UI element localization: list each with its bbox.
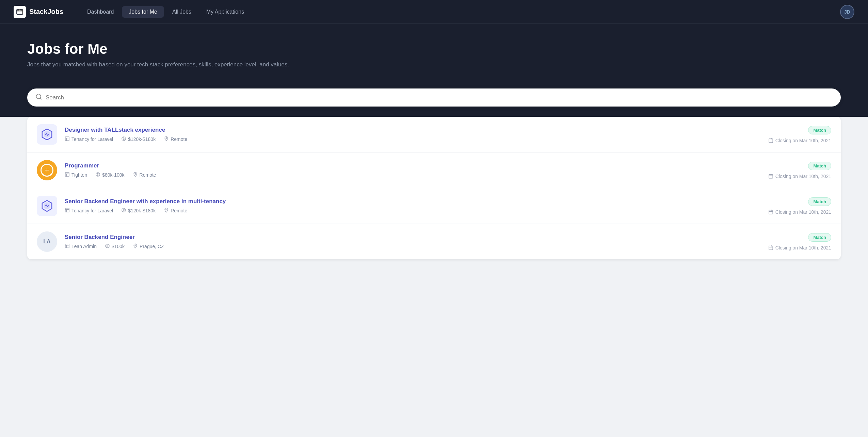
salary-icon (121, 136, 126, 142)
location-meta: Remote (133, 172, 156, 178)
location-value: Prague, CZ (140, 244, 164, 249)
job-title: Senior Backend Engineer with experience … (65, 198, 758, 205)
svg-point-25 (166, 209, 167, 210)
brand-logo[interactable]: StackJobs (14, 6, 63, 18)
page-subtitle: Jobs that you matched with based on your… (27, 61, 841, 68)
job-info: Programmer Tighten $ (65, 162, 758, 178)
nav-all-jobs[interactable]: All Jobs (165, 6, 198, 18)
svg-rect-10 (769, 139, 773, 143)
job-list: Designer with TALLstack experience Tenan… (27, 117, 841, 259)
company-name: Tenancy for Laravel (71, 208, 113, 213)
nav-dashboard[interactable]: Dashboard (80, 6, 120, 18)
job-meta: Tenancy for Laravel $120k-$180k (65, 208, 758, 214)
search-input[interactable] (46, 94, 833, 101)
job-info: Designer with TALLstack experience Tenan… (65, 127, 758, 142)
closing-text: Closing on Mar 10th, 2021 (775, 245, 831, 250)
job-item[interactable]: LA Senior Backend Engineer Lean Admin (27, 224, 841, 259)
job-title: Designer with TALLstack experience (65, 127, 758, 133)
job-info: Senior Backend Engineer with experience … (65, 198, 758, 214)
match-badge: Match (808, 126, 831, 134)
salary-icon (95, 172, 100, 178)
company-logo: + (37, 160, 57, 180)
nav-links: Dashboard Jobs for Me All Jobs My Applic… (80, 6, 840, 18)
job-meta: Tenancy for Laravel $120k-$180k (65, 136, 758, 142)
brand-icon (14, 6, 26, 18)
job-list-container: Designer with TALLstack experience Tenan… (0, 117, 868, 280)
job-item[interactable]: Senior Backend Engineer with experience … (27, 188, 841, 224)
job-right: Match Closing on Mar 10th, 2021 (768, 162, 831, 179)
job-right: Match Closing on Mar 10th, 2021 (768, 126, 831, 143)
svg-line-4 (40, 98, 42, 99)
job-title: Programmer (65, 162, 758, 169)
brand-name: StackJobs (29, 8, 63, 16)
job-title: Senior Backend Engineer (65, 234, 758, 241)
job-meta: Tighten $80k-100k (65, 172, 758, 178)
job-right: Match Closing on Mar 10th, 2021 (768, 233, 831, 250)
job-item[interactable]: + Programmer Tighten (27, 152, 841, 188)
calendar-icon (768, 245, 773, 250)
company-logo (37, 196, 57, 216)
closing-date: Closing on Mar 10th, 2021 (768, 209, 831, 215)
location-value: Remote (171, 208, 187, 213)
closing-text: Closing on Mar 10th, 2021 (775, 174, 831, 179)
salary-icon (105, 243, 110, 249)
svg-rect-33 (769, 246, 773, 250)
company-meta: Tenancy for Laravel (65, 208, 113, 214)
closing-text: Closing on Mar 10th, 2021 (775, 138, 831, 143)
company-name: Lean Admin (71, 244, 97, 249)
search-section (0, 88, 868, 117)
calendar-icon (768, 174, 773, 179)
salary-icon (121, 208, 126, 214)
location-icon (133, 172, 138, 178)
location-value: Remote (171, 136, 187, 142)
location-value: Remote (140, 172, 156, 178)
match-badge: Match (808, 197, 831, 206)
nav-my-applications[interactable]: My Applications (199, 6, 251, 18)
salary-meta: $120k-$180k (121, 136, 156, 142)
building-icon (65, 172, 70, 178)
match-badge: Match (808, 162, 831, 170)
svg-point-32 (135, 245, 136, 246)
search-icon (35, 93, 42, 102)
hero-section: Jobs for Me Jobs that you matched with b… (0, 24, 868, 88)
building-icon (65, 136, 70, 142)
location-meta: Remote (164, 136, 187, 142)
salary-value: $80k-100k (102, 172, 124, 178)
svg-rect-26 (769, 210, 773, 214)
salary-meta: $100k (105, 243, 125, 249)
company-meta: Tenancy for Laravel (65, 136, 113, 142)
company-logo: LA (37, 231, 57, 252)
location-meta: Prague, CZ (133, 243, 164, 249)
calendar-icon (768, 209, 773, 214)
company-meta: Tighten (65, 172, 87, 178)
building-icon (65, 243, 70, 249)
page-title: Jobs for Me (27, 41, 841, 57)
closing-text: Closing on Mar 10th, 2021 (775, 209, 831, 215)
closing-date: Closing on Mar 10th, 2021 (768, 138, 831, 143)
svg-point-16 (135, 173, 136, 174)
location-icon (133, 243, 138, 249)
company-logo (37, 124, 57, 145)
svg-rect-17 (769, 175, 773, 178)
location-meta: Remote (164, 208, 187, 214)
job-meta: Lean Admin $100k P (65, 243, 758, 249)
closing-date: Closing on Mar 10th, 2021 (768, 174, 831, 179)
salary-value: $100k (112, 244, 125, 249)
salary-meta: $120k-$180k (121, 208, 156, 214)
location-icon (164, 136, 169, 142)
salary-value: $120k-$180k (128, 208, 156, 213)
search-bar[interactable] (27, 88, 841, 107)
nav-jobs-for-me[interactable]: Jobs for Me (122, 6, 164, 18)
job-right: Match Closing on Mar 10th, 2021 (768, 197, 831, 215)
location-icon (164, 208, 169, 214)
calendar-icon (768, 138, 773, 143)
svg-rect-23 (65, 208, 69, 212)
closing-date: Closing on Mar 10th, 2021 (768, 245, 831, 250)
svg-rect-7 (65, 137, 69, 141)
job-item[interactable]: Designer with TALLstack experience Tenan… (27, 117, 841, 152)
user-avatar[interactable]: JD (840, 5, 854, 19)
navbar: StackJobs Dashboard Jobs for Me All Jobs… (0, 0, 868, 24)
salary-value: $120k-$180k (128, 136, 156, 142)
svg-point-9 (166, 137, 167, 139)
match-badge: Match (808, 233, 831, 242)
